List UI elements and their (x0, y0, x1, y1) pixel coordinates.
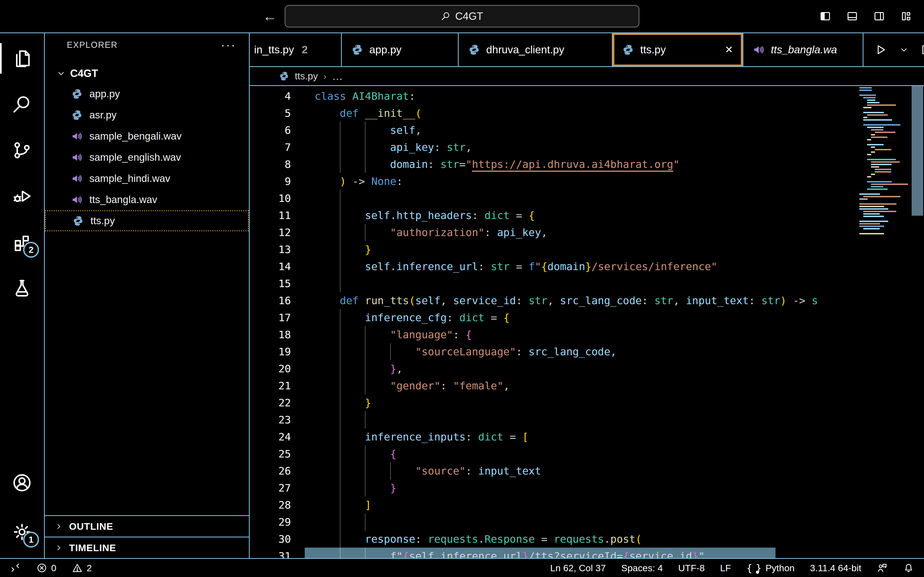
tab-tts.py[interactable]: tts.py✕ (613, 33, 743, 66)
status-feedback[interactable] (877, 562, 888, 574)
status-warnings[interactable]: 2 (72, 562, 92, 574)
indent-guide (340, 530, 341, 548)
section-outline[interactable]: OUTLINE (45, 515, 249, 537)
line-number: 25 (250, 445, 291, 463)
indent-guide (340, 139, 341, 156)
activity-testing-icon[interactable] (0, 265, 44, 311)
indent-guide (340, 377, 341, 394)
tree-item-sample_hindi.wav[interactable]: sample_hindi.wav (45, 168, 249, 189)
minimap[interactable] (859, 87, 910, 235)
indent-guide (340, 445, 341, 463)
audio-file-icon (71, 152, 83, 163)
indent-guide (390, 343, 391, 360)
python-file-icon (71, 110, 83, 121)
line-number: 4 (250, 88, 291, 105)
python-file-icon (279, 71, 289, 81)
code-editor[interactable]: 4class AI4Bharat:5 def __init__(6 self,7… (250, 86, 924, 558)
activity-settings-icon[interactable]: 1 (0, 509, 44, 555)
tab-dhruva_client.py[interactable]: dhruva_client.py (459, 33, 613, 66)
code-text: self, (315, 122, 422, 139)
tab-in_tts.py[interactable]: in_tts.py2 (250, 33, 342, 66)
layout-sidebar-right-icon[interactable] (873, 10, 885, 23)
root-folder-label: C4GT (70, 68, 98, 79)
code-line-16: 16 def run_tts(self, service_id: str, sr… (250, 292, 924, 309)
status-errors[interactable]: 0 (36, 562, 57, 574)
code-text: "authorization": api_key, (315, 224, 548, 241)
tree-item-asr.py[interactable]: asr.py (45, 105, 249, 126)
activity-source-control-icon[interactable] (0, 127, 44, 173)
status-indentation[interactable]: Spaces: 4 (621, 563, 663, 574)
status-bar: 02 Ln 62, Col 37Spaces: 4UTF-8LF{}Python… (0, 558, 924, 577)
python-file-icon (622, 44, 634, 56)
line-number: 20 (250, 360, 291, 377)
status-text: UTF-8 (678, 563, 704, 574)
layout-panel-icon[interactable] (846, 10, 859, 23)
code-text: f"{self.inference_url}/tts?serviceId={se… (315, 548, 705, 558)
indent-guide (340, 241, 341, 258)
tab-bar: in_tts.py2 app.py dhruva_client.py tts.p… (250, 33, 924, 67)
line-number: 26 (250, 463, 291, 479)
line-number: 16 (250, 292, 291, 309)
status-language-mode[interactable]: {}Python (746, 562, 795, 574)
code-text: class AI4Bharat: (315, 88, 415, 105)
indent-guide (340, 224, 341, 241)
status-encoding[interactable]: UTF-8 (678, 563, 704, 574)
tree-item-sample_english.wav[interactable]: sample_english.wav (45, 147, 249, 168)
command-center-search[interactable]: C4GT (284, 5, 640, 27)
activity-account-icon[interactable] (0, 460, 44, 506)
tab-label: dhruva_client.py (486, 44, 564, 56)
file-label: sample_hindi.wav (89, 173, 170, 184)
close-icon[interactable]: ✕ (725, 44, 733, 55)
tab-app.py[interactable]: app.py (342, 33, 459, 66)
run-icon[interactable] (874, 44, 887, 56)
tree-item-app.py[interactable]: app.py (45, 83, 249, 105)
indent-guide (340, 190, 341, 207)
code-text: "source": input_text (315, 463, 541, 479)
layout-controls (819, 0, 913, 32)
status-remote-indicator[interactable] (10, 562, 21, 574)
activity-explorer-icon[interactable] (0, 35, 44, 81)
code-line-19: 19 "sourceLanguage": src_lang_code, (250, 343, 924, 360)
tree-item-sample_bengali.wav[interactable]: sample_bengali.wav (45, 126, 249, 147)
layout-sidebar-left-icon[interactable] (819, 10, 832, 23)
nav-back-icon[interactable]: ← (263, 9, 277, 23)
indent-guide (340, 360, 341, 377)
code-line-15: 15 (250, 275, 924, 292)
breadcrumb-file[interactable]: tts.py (295, 71, 318, 82)
tab-label: in_tts.py (254, 44, 294, 56)
tree-root-folder[interactable]: C4GT (45, 63, 249, 83)
indent-guide (365, 445, 365, 463)
chevron-down-icon[interactable] (899, 45, 909, 55)
layout-customize-icon[interactable] (900, 10, 913, 23)
activity-extensions-icon[interactable]: 2 (0, 219, 44, 265)
status-cursor-position[interactable]: Ln 62, Col 37 (550, 563, 606, 574)
indent-guide (365, 326, 365, 343)
sidebar-header: EXPLORER ··· (45, 33, 249, 57)
tab-label: tts_bangla.wa (771, 44, 837, 56)
tab-tts_bangla.wa[interactable]: tts_bangla.wa (743, 33, 864, 66)
code-line-6: 6 self, (250, 122, 924, 139)
status-notifications[interactable] (903, 562, 914, 574)
line-number: 17 (250, 309, 291, 326)
status-eol[interactable]: LF (720, 563, 731, 574)
code-text: ) -> None: (315, 173, 402, 190)
activity-search-icon[interactable] (0, 81, 44, 127)
line-number: 22 (250, 394, 291, 411)
code-text: "gender": "female", (315, 377, 510, 394)
breadcrumb-more[interactable]: … (332, 70, 343, 82)
status-python-interpreter[interactable]: 3.11.4 64-bit (810, 563, 861, 574)
tree-item-tts_bangla.wav[interactable]: tts_bangla.wav (45, 189, 249, 210)
line-number: 21 (250, 377, 291, 394)
code-text: }, (315, 360, 402, 377)
activity-run-debug-icon[interactable] (0, 173, 44, 219)
indent-guide (340, 548, 341, 558)
sidebar-more-actions-icon[interactable]: ··· (221, 38, 236, 52)
code-text: } (315, 394, 371, 411)
indent-guide (365, 377, 365, 394)
python-file-icon (72, 215, 84, 227)
tree-item-tts.py[interactable]: tts.py (45, 210, 249, 231)
section-timeline[interactable]: TIMELINE (45, 537, 249, 558)
file-label: sample_bengali.wav (89, 131, 181, 142)
split-editor-icon[interactable] (921, 44, 924, 56)
scrollbar-slider[interactable] (912, 86, 923, 216)
